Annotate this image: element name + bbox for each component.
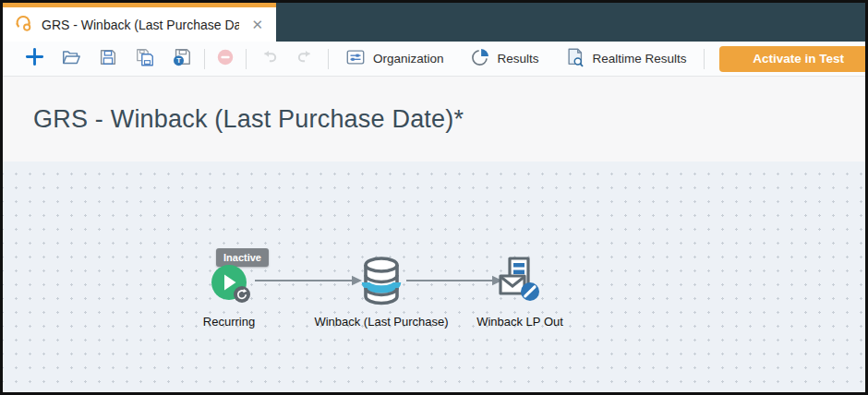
- node-label: Recurring: [203, 315, 255, 329]
- toolbar: T: [3, 42, 865, 77]
- save-icon: [98, 47, 118, 71]
- email-campaign-icon: [498, 256, 542, 304]
- save-as-template-button[interactable]: T: [163, 45, 200, 73]
- delete-icon: [215, 47, 235, 71]
- save-as-button[interactable]: [127, 45, 163, 73]
- node-recurring-schedule[interactable]: [211, 265, 247, 300]
- organization-button[interactable]: Organization: [332, 45, 457, 73]
- organization-icon: [345, 47, 366, 70]
- toolbar-separator: [246, 49, 247, 69]
- workflow-canvas[interactable]: Inactive Recurring: [3, 162, 865, 392]
- toolbar-separator: [328, 49, 329, 69]
- realtime-results-icon: [565, 47, 585, 70]
- status-badge: Inactive: [216, 248, 269, 267]
- svg-text:T: T: [176, 56, 181, 65]
- realtime-results-button[interactable]: Realtime Results: [552, 45, 700, 73]
- delete-button-disabled: [209, 45, 242, 73]
- results-label: Results: [498, 52, 539, 66]
- new-button[interactable]: [16, 45, 53, 73]
- redo-icon: [295, 47, 317, 71]
- program-editor-window: GRS - Winback (Last Purchase Date)* ✕: [0, 0, 868, 395]
- database-icon: [359, 255, 404, 307]
- organization-label: Organization: [373, 52, 444, 66]
- undo-button-disabled: [250, 45, 287, 73]
- program-icon: [14, 13, 33, 36]
- realtime-results-label: Realtime Results: [593, 52, 687, 66]
- node-data-source[interactable]: [359, 255, 404, 311]
- undo-icon: [258, 47, 280, 71]
- results-button[interactable]: Results: [457, 45, 552, 73]
- redo-button-disabled: [287, 45, 324, 73]
- toolbar-separator: [204, 49, 205, 69]
- page-header: GRS - Winback (Last Purchase Date)*: [3, 77, 865, 162]
- toolbar-separator: [704, 49, 705, 69]
- connector-arrows: [3, 162, 865, 392]
- save-button[interactable]: [90, 45, 127, 73]
- tab-bar: GRS - Winback (Last Purchase Date)* ✕: [3, 3, 865, 42]
- program-tab[interactable]: GRS - Winback (Last Purchase Date)* ✕: [3, 3, 276, 42]
- tab-title: GRS - Winback (Last Purchase Date)*: [42, 18, 239, 32]
- recurrence-icon: [234, 286, 250, 303]
- results-pie-icon: [470, 47, 490, 70]
- open-button[interactable]: [53, 45, 90, 73]
- activate-in-test-button[interactable]: Activate in Test: [719, 46, 865, 72]
- node-label: Winback LP Out: [476, 315, 563, 329]
- node-label: Winback (Last Purchase): [314, 315, 448, 329]
- save-template-icon: T: [172, 47, 192, 71]
- plus-icon: [24, 46, 45, 71]
- folder-open-icon: [61, 47, 81, 71]
- node-email-message[interactable]: [498, 256, 542, 307]
- save-copy-icon: [135, 47, 155, 71]
- page-title: GRS - Winback (Last Purchase Date)*: [33, 105, 464, 134]
- close-icon[interactable]: ✕: [247, 18, 267, 31]
